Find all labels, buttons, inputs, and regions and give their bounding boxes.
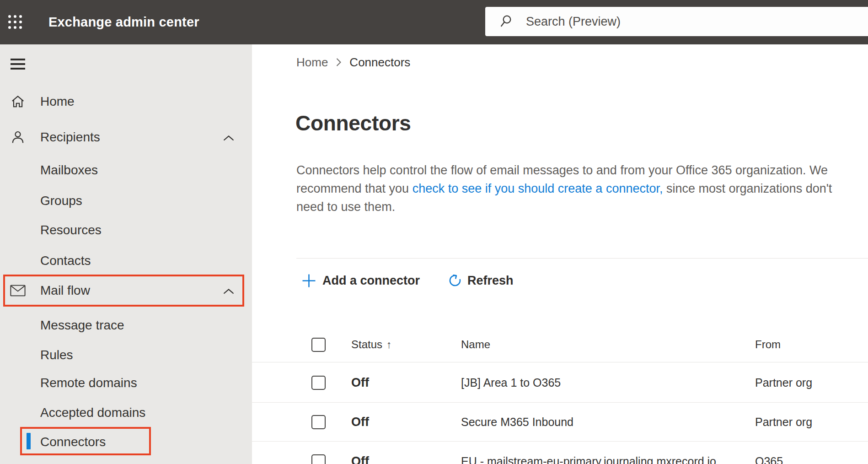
add-connector-button[interactable]: Add a connector [302, 274, 420, 288]
sidebar-item-label: Contacts [40, 254, 91, 268]
sidebar-item-label: Home [40, 94, 75, 109]
description-line2-before: recommend that you [296, 182, 413, 195]
sidebar-item-contacts[interactable]: Contacts [0, 246, 252, 275]
create-connector-check-link[interactable]: check to see if you should create a conn… [413, 182, 663, 195]
table-header-row: Status ↑ Name From [252, 327, 868, 362]
sidebar-item-label: Rules [40, 348, 73, 362]
sidebar-item-connectors[interactable]: Connectors [0, 427, 252, 457]
hamburger-menu-icon[interactable] [11, 59, 25, 69]
page-title: Connectors [295, 111, 411, 135]
name-cell: Secure M365 Inbound [461, 415, 755, 429]
selected-indicator-bar [27, 433, 31, 449]
exchange-admin-center: Exchange admin center Home [0, 0, 868, 464]
search-input[interactable] [526, 7, 846, 36]
select-all-checkbox[interactable] [311, 338, 326, 352]
sidebar-item-label: Connectors [40, 435, 106, 449]
sidebar-item-resources[interactable]: Resources [0, 216, 252, 245]
home-icon [10, 94, 26, 109]
name-cell: [JB] Area 1 to O365 [461, 376, 755, 389]
breadcrumb-current: Connectors [349, 55, 410, 70]
sidebar-item-message-trace[interactable]: Message trace [0, 311, 252, 340]
search-box[interactable] [485, 7, 868, 36]
table-row[interactable]: Off EU - mailstream-eu-primary.journalin… [252, 442, 868, 464]
search-icon [500, 15, 514, 28]
app-launcher-icon[interactable] [8, 15, 23, 30]
from-cell: Partner org [755, 376, 868, 389]
column-header-name[interactable]: Name [461, 338, 755, 351]
top-bar: Exchange admin center [0, 0, 868, 44]
status-cell: Off [351, 415, 461, 429]
row-checkbox[interactable] [311, 376, 326, 390]
sidebar-item-mail-flow[interactable]: Mail flow [0, 276, 252, 305]
refresh-button[interactable]: Refresh [448, 274, 514, 288]
sidebar-item-recipients[interactable]: Recipients [0, 123, 252, 152]
sidebar-nav: Home Recipients Mailboxes Groups Resourc… [0, 44, 252, 464]
column-header-status[interactable]: Status ↑ [351, 338, 461, 351]
sidebar-item-label: Recipients [40, 130, 100, 145]
refresh-label: Refresh [467, 274, 514, 288]
description-line2-after: since most organizations don't [663, 182, 832, 195]
row-checkbox[interactable] [311, 415, 326, 429]
sidebar-item-label: Remote domains [40, 376, 137, 390]
description-line3: need to use them. [296, 200, 395, 214]
toolbar-top-divider [296, 258, 868, 259]
row-checkbox[interactable] [311, 454, 326, 464]
envelope-icon [10, 283, 26, 298]
command-bar: Add a connector Refresh [302, 270, 514, 291]
main-content: Home Connectors Connectors Connectors he… [252, 44, 868, 464]
chevron-right-icon [336, 57, 342, 67]
person-icon [10, 129, 26, 145]
breadcrumb-home-link[interactable]: Home [296, 55, 328, 70]
sidebar-item-label: Accepted domains [40, 405, 145, 420]
sidebar-item-label: Groups [40, 194, 82, 208]
sidebar-item-mailboxes[interactable]: Mailboxes [0, 156, 252, 185]
sidebar-item-remote-domains[interactable]: Remote domains [0, 368, 252, 398]
chevron-up-icon [223, 130, 235, 145]
name-cell: EU - mailstream-eu-primary.journaling.mx… [461, 455, 755, 464]
status-cell: Off [351, 454, 461, 464]
sidebar-item-accepted-domains[interactable]: Accepted domains [0, 398, 252, 427]
sidebar-item-rules[interactable]: Rules [0, 340, 252, 370]
table-row[interactable]: Off [JB] Area 1 to O365 Partner org [252, 363, 868, 403]
from-cell: O365 [755, 455, 868, 464]
column-header-from[interactable]: From [755, 338, 868, 351]
plus-icon [302, 274, 316, 288]
sort-ascending-icon: ↑ [386, 339, 392, 351]
sidebar-item-label: Message trace [40, 318, 124, 333]
sidebar-item-label: Mailboxes [40, 163, 98, 178]
refresh-icon [448, 274, 462, 287]
breadcrumb: Home Connectors [296, 55, 410, 69]
sidebar-item-home[interactable]: Home [0, 87, 252, 116]
sidebar-item-label: Mail flow [40, 283, 90, 298]
sidebar-item-groups[interactable]: Groups [0, 186, 252, 216]
add-connector-label: Add a connector [322, 274, 420, 288]
app-title: Exchange admin center [48, 0, 199, 44]
description-line1: Connectors help control the flow of emai… [296, 163, 828, 177]
chevron-up-icon [223, 283, 235, 298]
sidebar-item-label: Resources [40, 223, 102, 237]
table-row[interactable]: Off Secure M365 Inbound Partner org [252, 403, 868, 442]
status-cell: Off [351, 376, 461, 390]
page-description: Connectors help control the flow of emai… [296, 161, 832, 216]
from-cell: Partner org [755, 415, 868, 429]
